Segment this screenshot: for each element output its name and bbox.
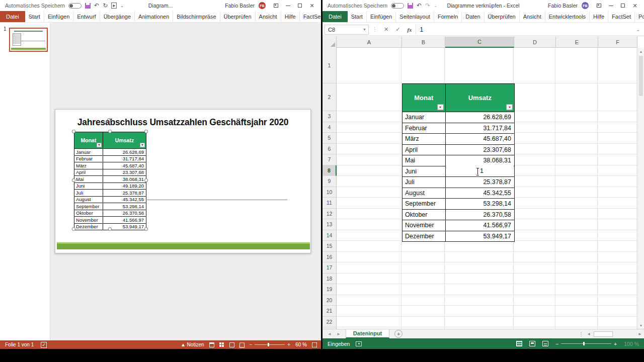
slide-sorter-icon[interactable] bbox=[219, 342, 224, 347]
new-sheet-button[interactable]: + bbox=[394, 330, 403, 338]
excel-avatar[interactable]: FB bbox=[582, 2, 589, 9]
excel-tab-start[interactable]: Start bbox=[348, 11, 367, 22]
notes-button[interactable]: ▲ Notizen bbox=[181, 342, 204, 347]
selection-handle-top-right[interactable] bbox=[144, 130, 148, 133]
name-box[interactable]: C8 ▼ bbox=[325, 25, 369, 35]
ppt-tab-hilfe[interactable]: Hilfe bbox=[281, 11, 300, 22]
slide-table-row[interactable]: August 45.342,55 bbox=[74, 196, 146, 203]
insert-function-icon[interactable]: fx bbox=[404, 27, 415, 33]
row-header[interactable]: 17 bbox=[323, 262, 337, 274]
slide-table-cell-value[interactable]: 45.687,40 bbox=[103, 162, 146, 169]
slide-table-cell-value[interactable]: 45.342,55 bbox=[103, 197, 146, 203]
excel-table-row[interactable]: September 53.298,14 bbox=[403, 198, 514, 209]
slide-table-row[interactable]: März 45.687,40 bbox=[74, 162, 146, 169]
excel-table-cell-value[interactable]: 26.628,69 bbox=[446, 112, 514, 123]
start-presentation-icon[interactable]: ▸ bbox=[111, 3, 117, 9]
slide-table-cell-value[interactable]: 53.298,14 bbox=[103, 203, 146, 210]
zoom-in-icon[interactable]: + bbox=[614, 341, 617, 347]
excel-table-row[interactable]: August 45.342,55 bbox=[403, 188, 514, 199]
excel-table-cell-value[interactable]: 45.342,55 bbox=[446, 188, 514, 199]
ppt-tab-start[interactable]: Start bbox=[25, 11, 44, 22]
slide-title[interactable]: Jahresabschluss Umsatzzahlen Geschäftsja… bbox=[60, 117, 305, 128]
row-header[interactable]: 15 bbox=[323, 241, 337, 252]
restore-icon[interactable] bbox=[617, 1, 629, 11]
excel-table-cell-month[interactable]: August bbox=[403, 188, 446, 199]
row-header[interactable]: 13 bbox=[323, 219, 337, 230]
slide-table-header-monat[interactable]: Monat bbox=[74, 132, 103, 148]
column-header[interactable]: D bbox=[514, 37, 556, 48]
excel-table-cell-month[interactable]: Februar bbox=[403, 123, 446, 134]
excel-table-cell-value[interactable]: 41.566,97 bbox=[446, 220, 514, 231]
row-header[interactable]: 11 bbox=[323, 198, 337, 209]
page-layout-view-icon[interactable] bbox=[529, 341, 535, 346]
slide-table-cell-month[interactable]: Juli bbox=[74, 190, 103, 196]
scroll-left-icon[interactable]: ◄ bbox=[587, 332, 591, 336]
enter-icon[interactable]: ✓ bbox=[392, 26, 404, 33]
page-break-view-icon[interactable] bbox=[542, 341, 548, 346]
cancel-icon[interactable]: ✕ bbox=[380, 26, 392, 33]
slide-table-cell-month[interactable]: Mai bbox=[74, 176, 103, 183]
zoom-level[interactable]: 100 % bbox=[624, 341, 639, 347]
ppt-tab-animationen[interactable]: Animationen bbox=[135, 11, 173, 22]
excel-table-cell-month[interactable]: Juni bbox=[403, 166, 446, 177]
sheet-nav-right-icon[interactable]: ► bbox=[337, 332, 341, 336]
slide-table-cell-value[interactable]: 26.370,58 bbox=[103, 210, 146, 217]
row-header[interactable]: 6 bbox=[323, 144, 337, 155]
zoom-out-icon[interactable]: − bbox=[250, 342, 253, 347]
zoom-in-icon[interactable]: + bbox=[287, 342, 290, 347]
slide-table-row[interactable]: Juli 25.378,87 bbox=[74, 189, 146, 196]
slide-table-cell-month[interactable]: April bbox=[74, 169, 103, 176]
sheet-tab-dateninput[interactable]: Dateninput bbox=[346, 329, 389, 338]
row-header[interactable]: 20 bbox=[323, 295, 337, 306]
column-header[interactable]: F bbox=[598, 37, 637, 48]
line-shape[interactable] bbox=[146, 200, 287, 200]
ppt-tab-uebergaenge[interactable]: Übergänge bbox=[100, 11, 135, 22]
row-header[interactable]: 10 bbox=[323, 187, 337, 198]
excel-table-cell-month[interactable]: September bbox=[403, 199, 446, 209]
slide-table-cell-month[interactable]: März bbox=[74, 162, 103, 169]
excel-tab-factset[interactable]: FactSet bbox=[608, 11, 635, 22]
row-header[interactable]: 21 bbox=[323, 306, 337, 317]
excel-table-row[interactable]: Dezember 53.949,17 bbox=[403, 231, 514, 242]
row-header[interactable]: 1 bbox=[323, 48, 337, 83]
ppt-tab-datei[interactable]: Datei bbox=[0, 11, 25, 22]
customize-qat-icon[interactable]: ⌄ bbox=[120, 4, 124, 8]
scroll-down-icon[interactable]: ▼ bbox=[638, 322, 644, 329]
slide-table-cell-month[interactable]: Dezember bbox=[74, 224, 103, 230]
row-header[interactable]: 14 bbox=[323, 230, 337, 241]
excel-tab-power-pivot[interactable]: Power Pivot bbox=[635, 11, 644, 22]
normal-view-icon[interactable] bbox=[209, 342, 214, 347]
zoom-level[interactable]: 60 % bbox=[295, 342, 307, 347]
close-icon[interactable]: ✕ bbox=[306, 1, 318, 11]
slide-table-header-umsatz[interactable]: Umsatz bbox=[103, 132, 146, 148]
ppt-tab-ansicht[interactable]: Ansicht bbox=[256, 11, 281, 22]
excel-table-cell-month[interactable]: Januar bbox=[403, 112, 446, 123]
ribbon-options-icon[interactable] bbox=[593, 1, 605, 11]
ppt-tab-bildschirmpraesentation[interactable]: Bildschirmpräse bbox=[173, 11, 220, 22]
ribbon-options-icon[interactable] bbox=[270, 1, 282, 11]
zoom-out-icon[interactable]: − bbox=[555, 341, 558, 347]
redo-icon[interactable]: ↷ bbox=[425, 3, 430, 9]
ppt-tab-ueberpruefen[interactable]: Überprüfen bbox=[220, 11, 256, 22]
excel-table-cell-value[interactable]: 45.687,40 bbox=[446, 134, 514, 144]
slide-thumbnail[interactable] bbox=[9, 28, 48, 52]
slide-table-row[interactable]: September 53.298,14 bbox=[74, 203, 146, 210]
excel-tab-daten[interactable]: Daten bbox=[462, 11, 484, 22]
slide-table-cell-value[interactable]: 31.717,84 bbox=[103, 156, 146, 162]
excel-tab-ansicht[interactable]: Ansicht bbox=[520, 11, 545, 22]
slide-table-cell-month[interactable]: Oktober bbox=[74, 210, 103, 217]
selection-handle-middle-right[interactable] bbox=[144, 178, 148, 182]
scroll-right-icon[interactable]: ► bbox=[638, 332, 642, 336]
excel-table-row[interactable]: Januar 26.628,69 bbox=[403, 112, 514, 123]
ppt-tab-factset[interactable]: FactSet bbox=[300, 11, 321, 22]
name-box-dropdown-icon[interactable]: ▼ bbox=[363, 28, 366, 31]
autosave-toggle[interactable] bbox=[68, 3, 82, 9]
slide-table-row[interactable]: Januar 26.628,69 bbox=[74, 148, 146, 155]
ppt-tab-einfuegen[interactable]: Einfügen bbox=[44, 11, 73, 22]
selection-handle-bottom-left[interactable] bbox=[72, 227, 75, 231]
excel-table-cell-month[interactable]: November bbox=[403, 220, 446, 231]
excel-tab-formeln[interactable]: Formeln bbox=[434, 11, 462, 22]
excel-table-cell-value[interactable]: 53.949,17 bbox=[446, 231, 514, 242]
excel-table-cell-value[interactable]: 25.378,87 bbox=[446, 177, 514, 188]
minimize-icon[interactable] bbox=[605, 1, 617, 11]
